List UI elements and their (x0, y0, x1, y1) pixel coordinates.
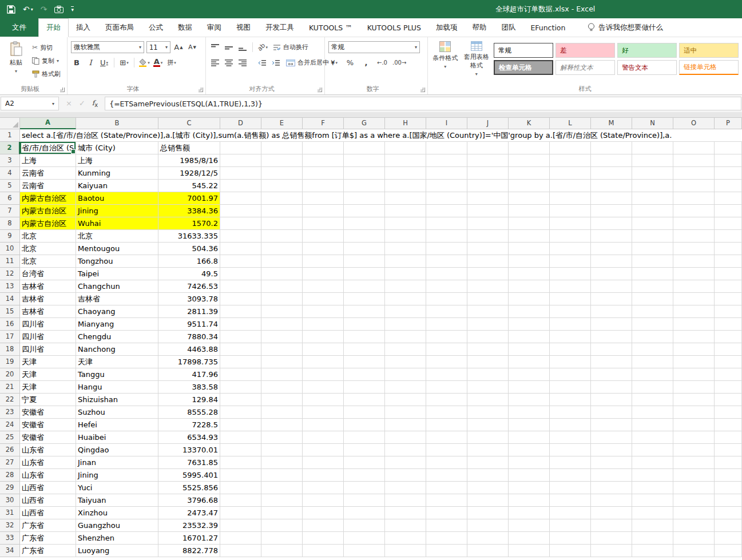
cell-C33[interactable]: 16701.27 (158, 532, 220, 545)
cell-O18[interactable] (673, 343, 715, 356)
cell-E4[interactable] (261, 167, 303, 180)
cell-K19[interactable] (509, 356, 550, 368)
cell-C21[interactable]: 383.58 (158, 381, 220, 394)
cell-C8[interactable]: 1570.2 (158, 217, 220, 230)
paste-dropdown-arrow[interactable]: ▾ (15, 69, 17, 74)
cell-C19[interactable]: 17898.735 (158, 356, 220, 368)
cell-P34[interactable] (715, 545, 742, 557)
cell-J27[interactable] (467, 456, 509, 469)
cell-P32[interactable] (715, 519, 742, 532)
cell-O34[interactable] (673, 545, 715, 557)
cell-G7[interactable] (344, 205, 385, 217)
cell-F6[interactable] (303, 192, 344, 205)
cell-N12[interactable] (632, 268, 673, 280)
cell-B19[interactable]: 天津 (76, 356, 158, 368)
cell-I26[interactable] (426, 444, 467, 456)
cell-L7[interactable] (550, 205, 591, 217)
cell-J20[interactable] (467, 368, 509, 381)
cell-D24[interactable] (220, 419, 261, 431)
cell-P23[interactable] (715, 406, 742, 419)
cell-G20[interactable] (344, 368, 385, 381)
cell-H3[interactable] (385, 154, 426, 167)
cell-N2[interactable] (632, 142, 673, 154)
row-header-25[interactable]: 25 (0, 431, 20, 444)
decrease-indent-button[interactable] (256, 57, 268, 69)
cell-H12[interactable] (385, 268, 426, 280)
cell-B12[interactable]: Taipei (76, 268, 158, 280)
cell-P17[interactable] (715, 331, 742, 343)
cell-D32[interactable] (220, 519, 261, 532)
cell-E26[interactable] (261, 444, 303, 456)
cell-P24[interactable] (715, 419, 742, 431)
cell-P6[interactable] (715, 192, 742, 205)
cell-D14[interactable] (220, 293, 261, 305)
cell-J15[interactable] (467, 305, 509, 318)
cell-M26[interactable] (591, 444, 632, 456)
cell-A20[interactable]: 天津 (20, 368, 76, 381)
cell-L6[interactable] (550, 192, 591, 205)
cell-G2[interactable] (344, 142, 385, 154)
cell-G9[interactable] (344, 230, 385, 243)
cell-G6[interactable] (344, 192, 385, 205)
cell-F17[interactable] (303, 331, 344, 343)
cell-I13[interactable] (426, 280, 467, 293)
cell-L33[interactable] (550, 532, 591, 545)
cell-K31[interactable] (509, 507, 550, 519)
align-top-button[interactable] (209, 42, 221, 53)
phonetic-guide-button[interactable]: 拼▾ (166, 57, 177, 69)
cell-J12[interactable] (467, 268, 509, 280)
select-all-corner[interactable] (0, 118, 20, 129)
cell-E14[interactable] (261, 293, 303, 305)
cell-B23[interactable]: Suzhou (76, 406, 158, 419)
cell-A13[interactable]: 吉林省 (20, 280, 76, 293)
cell-style-normal[interactable]: 常规 (494, 43, 553, 58)
cell-N5[interactable] (632, 180, 673, 192)
cell-H28[interactable] (385, 469, 426, 482)
cell-N9[interactable] (632, 230, 673, 243)
cell-G10[interactable] (344, 243, 385, 255)
insert-function-button[interactable]: fx (92, 99, 98, 108)
cell-P28[interactable] (715, 469, 742, 482)
cell-style-warning[interactable]: 警告文本 (617, 60, 677, 75)
cell-A3[interactable]: 上海 (20, 154, 76, 167)
align-right-button[interactable] (237, 57, 248, 69)
cell-L28[interactable] (550, 469, 591, 482)
cell-A7[interactable]: 内蒙古自治区 (20, 205, 76, 217)
cell-P3[interactable] (715, 154, 742, 167)
cell-M14[interactable] (591, 293, 632, 305)
cell-F31[interactable] (303, 507, 344, 519)
cell-M29[interactable] (591, 482, 632, 494)
cell-M34[interactable] (591, 545, 632, 557)
cell-L11[interactable] (550, 255, 591, 268)
cell-N19[interactable] (632, 356, 673, 368)
cell-H33[interactable] (385, 532, 426, 545)
column-header-M[interactable]: M (591, 118, 632, 129)
cell-G26[interactable] (344, 444, 385, 456)
align-middle-button[interactable] (223, 42, 235, 53)
cell-G8[interactable] (344, 217, 385, 230)
cell-E29[interactable] (261, 482, 303, 494)
cell-A29[interactable]: 山西省 (20, 482, 76, 494)
cell-I4[interactable] (426, 167, 467, 180)
cell-E23[interactable] (261, 406, 303, 419)
cell-B25[interactable]: Huaibei (76, 431, 158, 444)
cell-P16[interactable] (715, 318, 742, 331)
cell-O2[interactable] (673, 142, 715, 154)
cell-J9[interactable] (467, 230, 509, 243)
cell-H4[interactable] (385, 167, 426, 180)
cell-J31[interactable] (467, 507, 509, 519)
cell-L14[interactable] (550, 293, 591, 305)
cell-P13[interactable] (715, 280, 742, 293)
cell-L9[interactable] (550, 230, 591, 243)
cell-E2[interactable] (261, 142, 303, 154)
tab-视图[interactable]: 视图 (229, 18, 258, 37)
cell-I3[interactable] (426, 154, 467, 167)
cell-L2[interactable] (550, 142, 591, 154)
cell-style-check[interactable]: 检查单元格 (494, 60, 553, 75)
cell-J17[interactable] (467, 331, 509, 343)
cut-button[interactable]: ✂剪切 (32, 42, 61, 53)
cell-H25[interactable] (385, 431, 426, 444)
cell-L16[interactable] (550, 318, 591, 331)
cell-B2[interactable]: 城市 (City) (76, 142, 158, 154)
cell-O29[interactable] (673, 482, 715, 494)
